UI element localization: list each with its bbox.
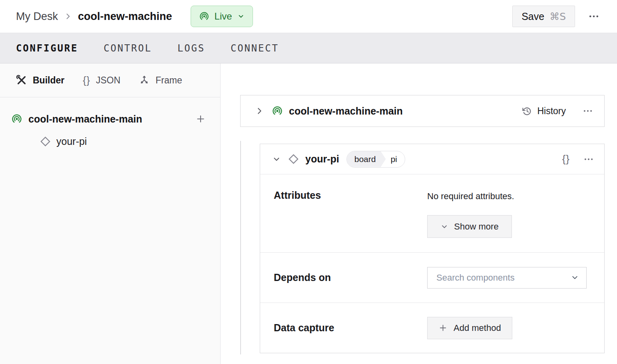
tree-root-label: cool-new-machine-main [28,113,142,125]
chevron-right-icon [64,12,72,20]
add-method-button[interactable]: Add method [427,317,512,339]
chevron-right-icon [255,107,264,115]
view-switcher: Builder {} JSON Frame [0,63,220,97]
machine-tabs: CONFIGURE CONTROL LOGS CONNECT [0,33,617,63]
diamond-icon [40,136,51,147]
depends-on-select[interactable] [427,267,587,289]
chevron-down-icon [571,273,579,282]
chevron-down-icon [237,13,245,20]
attributes-value: No required attributes. Show more [427,190,592,238]
live-status-button[interactable]: Live [191,6,253,27]
braces-icon: {} [562,153,570,165]
save-shortcut: ⌘S [549,11,566,22]
tools-icon [16,75,27,86]
header-actions: Save ⌘S [512,6,599,27]
component-card: your-pi board pi {} Attributes No r [260,144,605,353]
add-method-label: Add method [454,323,501,333]
component-card-header: your-pi board pi {} [260,144,604,174]
data-capture-value: Add method [427,317,592,339]
depends-on-section: Depends on [260,252,604,303]
view-tab-json[interactable]: {} JSON [83,75,120,86]
frame-axes-icon [139,75,150,86]
show-more-button[interactable]: Show more [427,215,512,238]
view-json-label: JSON [96,75,120,86]
breadcrumb: My Desk cool-new-machine [16,10,172,23]
attributes-section: Attributes No required attributes. Show … [260,174,604,252]
plus-icon [195,114,206,124]
component-model: pi [386,154,404,164]
depends-on-label: Depends on [274,272,427,283]
view-frame-label: Frame [155,75,182,86]
depends-on-value [427,267,592,289]
expand-part-button[interactable] [255,107,264,115]
broadcast-icon [199,11,209,22]
plus-icon [438,323,448,332]
ellipsis-icon [588,11,599,22]
component-menu-button[interactable] [583,154,594,164]
view-builder-label: Builder [33,75,64,86]
data-capture-section: Data capture Add method [260,303,604,353]
machine-name: cool-new-machine [78,10,172,23]
view-tab-frame[interactable]: Frame [139,75,182,86]
save-button[interactable]: Save ⌘S [512,6,575,27]
attributes-label: Attributes [274,190,427,201]
breadcrumb-my-desk[interactable]: My Desk [16,10,58,23]
live-status-label: Live [215,11,232,22]
view-tab-builder[interactable]: Builder [16,75,64,86]
chevron-down-icon [272,155,281,164]
tree-connector-line [240,141,241,354]
history-icon [521,106,532,117]
history-button[interactable]: History [521,106,566,117]
braces-icon: {} [83,75,90,86]
add-component-button[interactable] [195,114,206,124]
header-menu-button[interactable] [588,11,599,22]
component-type-badge: board pi [346,151,405,168]
json-toggle-button[interactable]: {} [562,153,570,165]
history-label: History [537,106,566,117]
ellipsis-icon [583,106,593,116]
broadcast-icon [272,105,283,117]
config-main: cool-new-machine-main History [221,63,617,364]
tab-control[interactable]: CONTROL [103,43,152,54]
part-menu-button[interactable] [583,106,593,116]
part-card: cool-new-machine-main History [240,95,605,127]
configure-content: Builder {} JSON Frame [0,63,617,364]
top-header: My Desk cool-new-machine Live Save ⌘S [0,0,617,33]
attributes-empty-message: No required attributes. [427,190,592,202]
diamond-icon [288,154,299,164]
tab-connect[interactable]: CONNECT [231,43,279,54]
data-capture-label: Data capture [274,322,427,334]
config-sidebar: Builder {} JSON Frame [0,63,221,364]
search-components-input[interactable] [436,272,571,283]
tab-configure[interactable]: CONFIGURE [16,43,78,54]
tree-child-label: your-pi [56,136,87,147]
collapse-component-button[interactable] [272,155,281,164]
tab-logs[interactable]: LOGS [177,43,205,54]
chevron-down-icon [440,223,448,231]
component-title: your-pi [305,153,339,165]
tree-item-your-pi[interactable]: your-pi [0,130,220,152]
tree-item-main-part[interactable]: cool-new-machine-main [0,108,220,130]
component-type: board [347,151,386,167]
component-tree: cool-new-machine-main your-pi [0,97,220,152]
broadcast-icon [11,113,22,125]
show-more-label: Show more [454,222,498,232]
app-window: My Desk cool-new-machine Live Save ⌘S CO… [0,0,617,364]
part-title: cool-new-machine-main [289,105,403,117]
save-label: Save [521,11,544,22]
ellipsis-icon [583,154,594,164]
